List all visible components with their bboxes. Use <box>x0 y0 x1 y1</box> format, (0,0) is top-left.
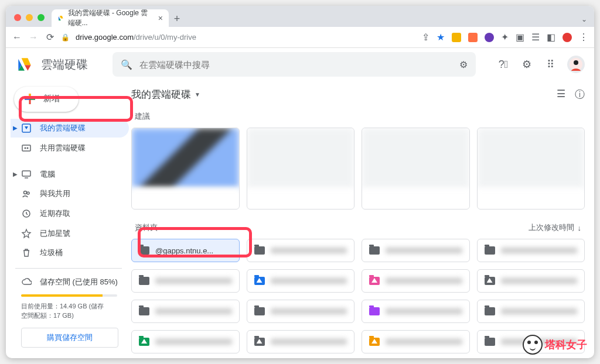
plus-icon <box>22 91 38 107</box>
browser-tab[interactable]: 我的雲端硬碟 - Google 雲端硬... × <box>52 9 169 27</box>
folder-icon <box>369 307 380 315</box>
lock-icon[interactable]: 🔒 <box>61 33 70 42</box>
extension-icon[interactable] <box>468 33 478 42</box>
folder-name-redacted <box>501 308 578 314</box>
folder-item[interactable] <box>247 300 355 323</box>
folder-item[interactable] <box>247 239 355 262</box>
suggested-card[interactable] <box>247 128 355 210</box>
sidebar-item-recent[interactable]: ▶ 近期存取 <box>11 204 129 223</box>
folder-name-redacted <box>155 339 232 345</box>
buy-storage-button[interactable]: 購買儲存空間 <box>21 328 118 348</box>
suggested-heading: 建議 <box>135 111 585 122</box>
folder-item[interactable] <box>477 300 585 323</box>
new-tab-button[interactable]: + <box>169 11 185 27</box>
url-text[interactable]: drive.google.com/drive/u/0/my-drive <box>76 33 196 42</box>
folder-icon <box>139 246 149 255</box>
address-bar: ← → ⟳ 🔒 drive.google.com/drive/u/0/my-dr… <box>6 27 594 48</box>
folder-item[interactable] <box>247 330 355 353</box>
folder-item[interactable] <box>477 269 585 293</box>
list-view-icon[interactable]: ☰ <box>557 88 565 101</box>
folder-icon <box>485 307 495 315</box>
folder-name: @gapps.ntnu.e... <box>155 246 213 255</box>
search-input[interactable] <box>139 60 452 70</box>
svg-rect-3 <box>22 145 30 151</box>
sidebar-item-label: 我的雲端硬碟 <box>40 123 86 133</box>
folder-item[interactable] <box>362 330 470 353</box>
close-tab-icon[interactable]: × <box>158 13 163 23</box>
folder-item[interactable] <box>131 300 240 323</box>
forward-button[interactable]: → <box>28 32 39 43</box>
extensions-menu-icon[interactable]: ✦ <box>501 32 509 43</box>
shared-folder-icon <box>139 338 149 346</box>
breadcrumb-dropdown-icon[interactable]: ▼ <box>195 91 200 98</box>
help-icon[interactable]: ?⃝ <box>497 58 510 71</box>
settings-icon[interactable]: ⚙ <box>520 58 533 71</box>
close-window-button[interactable] <box>14 14 21 21</box>
folder-item[interactable] <box>247 269 355 293</box>
expand-icon[interactable]: ▶ <box>13 125 18 131</box>
folder-item[interactable] <box>362 300 470 323</box>
sidebar-item-label: 垃圾桶 <box>40 248 63 258</box>
svg-point-4 <box>25 147 26 149</box>
storage-row[interactable]: 儲存空間 (已使用 85%) <box>11 274 129 290</box>
folder-item[interactable]: @gapps.ntnu.e... <box>131 239 240 262</box>
folder-name-redacted <box>501 248 578 253</box>
product-name: 雲端硬碟 <box>41 57 88 73</box>
bookmark-icon[interactable]: ★ <box>437 32 445 43</box>
suggested-card[interactable] <box>477 128 585 210</box>
shared-folder-icon <box>254 338 265 346</box>
folder-name-redacted <box>271 248 347 253</box>
profile-avatar-icon[interactable] <box>562 33 572 42</box>
sidebar-item-shared-drives[interactable]: ▶ 共用雲端硬碟 <box>11 139 129 157</box>
sidebar-item-shared-with-me[interactable]: ▶ 與我共用 <box>11 184 129 203</box>
folder-name-redacted <box>155 278 232 284</box>
suggested-card[interactable] <box>131 128 240 210</box>
folder-name-redacted <box>271 278 347 284</box>
extension-icon[interactable] <box>452 33 461 42</box>
sidebar-item-starred[interactable]: ▶ 已加星號 <box>11 224 129 243</box>
breadcrumb[interactable]: 我的雲端硬碟 <box>131 88 191 101</box>
sidebar-item-trash[interactable]: ▶ 垃圾桶 <box>11 244 129 263</box>
back-button[interactable]: ← <box>12 32 22 43</box>
folder-icon <box>485 338 495 346</box>
cast-icon[interactable]: ▣ <box>516 32 524 43</box>
suggested-row <box>131 128 585 210</box>
reload-button[interactable]: ⟳ <box>45 32 55 43</box>
folder-item[interactable] <box>131 330 240 353</box>
my-drive-icon <box>21 123 32 133</box>
share-icon[interactable]: ⇪ <box>422 32 429 43</box>
kebab-menu-icon[interactable]: ⋮ <box>579 32 588 43</box>
shared-folder-icon <box>485 277 495 285</box>
reading-list-icon[interactable]: ☰ <box>531 32 540 43</box>
apps-grid-icon[interactable]: ⠿ <box>544 58 557 71</box>
sidebar-item-label: 電腦 <box>40 169 55 180</box>
folder-icon <box>369 246 380 255</box>
clock-icon <box>21 208 32 219</box>
extension-icon[interactable] <box>485 33 494 42</box>
folder-item[interactable] <box>362 269 470 293</box>
search-bar[interactable]: 🔍 ⚙ <box>112 52 476 77</box>
shared-folder-icon <box>254 277 265 285</box>
folder-icon <box>485 246 495 255</box>
folder-item[interactable] <box>362 239 470 262</box>
side-panel-icon[interactable]: ◧ <box>547 32 555 43</box>
search-options-icon[interactable]: ⚙ <box>459 59 468 70</box>
minimize-window-button[interactable] <box>26 14 33 21</box>
folder-icon <box>139 307 149 315</box>
sidebar-item-my-drive[interactable]: ▶ 我的雲端硬碟 <box>11 119 129 138</box>
tabs-dropdown-icon[interactable]: ⌄ <box>581 15 587 27</box>
info-icon[interactable]: ⓘ <box>575 88 585 101</box>
maximize-window-button[interactable] <box>38 14 45 21</box>
folder-item[interactable] <box>131 269 240 293</box>
account-avatar[interactable] <box>567 56 585 73</box>
new-button[interactable]: 新增 <box>14 87 79 112</box>
expand-icon[interactable]: ▶ <box>13 171 18 177</box>
folder-name-redacted <box>155 308 232 314</box>
sidebar-item-label: 已加星號 <box>40 228 70 239</box>
folder-item[interactable] <box>477 239 585 262</box>
drive-favicon-icon <box>57 14 64 22</box>
suggested-card[interactable] <box>362 128 470 210</box>
drive-logo-icon <box>15 55 34 74</box>
sidebar-item-computers[interactable]: ▶ 電腦 <box>11 165 129 184</box>
sort-control[interactable]: 上次修改時間 ↓ <box>529 222 582 233</box>
